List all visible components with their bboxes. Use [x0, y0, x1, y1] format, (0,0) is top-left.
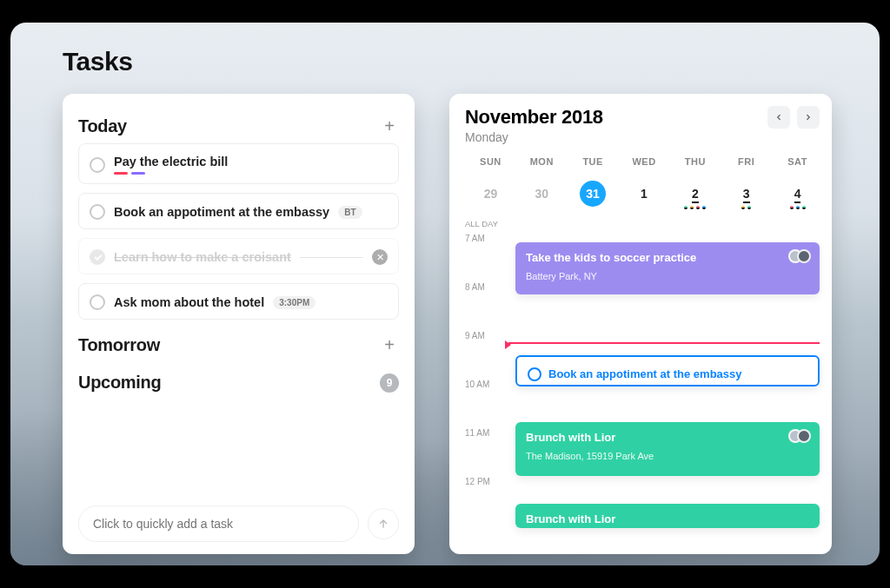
event-title: Take the kids to soccer practice [526, 251, 809, 264]
time-label: 12 PM [465, 477, 490, 486]
time-label: 8 AM [465, 282, 485, 292]
time-column: 7 AM8 AM9 AM10 AM11 AM12 PM [465, 221, 508, 533]
event-subtitle: The Madison, 15919 Park Ave [526, 451, 809, 461]
task-item-completed[interactable]: Learn how to make a croisant ✕ [78, 238, 399, 274]
event-title: Book an appotiment at the embassy [548, 367, 742, 380]
calendar-event[interactable]: Brunch with Lior [515, 504, 820, 528]
day-cell[interactable]: 2 [669, 182, 721, 209]
day-cell[interactable]: 3 [721, 182, 772, 209]
event-dots [669, 206, 721, 209]
delete-task-icon[interactable]: ✕ [372, 249, 388, 265]
add-task-button[interactable]: + [380, 336, 399, 355]
task-tags [114, 172, 228, 175]
time-label: 11 AM [465, 428, 489, 438]
task-item[interactable]: Book an appotiment at the embassy BT [78, 193, 399, 229]
calendar-card: November 2018 Monday SUN MON TUE WED THU… [449, 94, 832, 554]
section-upcoming: Upcoming 9 [78, 373, 399, 393]
calendar-day-label: Monday [465, 130, 603, 144]
section-tomorrow: Tomorrow + [78, 335, 399, 355]
calendar-event[interactable]: Brunch with LiorThe Madison, 15919 Park … [515, 422, 820, 476]
dow-label: WED [619, 156, 670, 167]
arrow-up-icon [377, 518, 389, 530]
day-cell[interactable]: 30 [516, 182, 568, 209]
next-week-button[interactable] [797, 106, 820, 129]
quick-add-input[interactable] [78, 505, 359, 542]
task-text: Learn how to make a croisant [114, 250, 291, 264]
section-title: Tomorrow [78, 335, 160, 355]
task-list-today: Pay the electric bill Book an appotiment… [78, 143, 399, 320]
prev-week-button[interactable] [767, 106, 790, 129]
events-column: Take the kids to soccer practiceBattery … [515, 221, 820, 533]
task-checkbox[interactable] [90, 204, 105, 220]
task-checkbox-checked[interactable] [90, 249, 105, 265]
dow-label: FRI [721, 156, 772, 167]
day-cell[interactable]: 29 [465, 182, 516, 209]
event-subtitle: Battery Park, NY [526, 271, 809, 281]
dow-label: SUN [465, 156, 516, 167]
task-time-badge: 3:30PM [273, 296, 315, 309]
submit-task-button[interactable] [368, 508, 399, 539]
task-checkbox[interactable] [90, 157, 105, 173]
task-item[interactable]: Ask mom about the hotel 3:30PM [78, 283, 399, 320]
tasks-card: Today + Pay the electric bill Book an ap… [63, 94, 415, 554]
avatar [797, 429, 811, 443]
calendar-event[interactable]: Book an appotiment at the embassy [515, 355, 820, 386]
time-label: 9 AM [465, 331, 485, 340]
event-avatars [794, 429, 811, 443]
event-title: Brunch with Lior [526, 512, 809, 525]
page-title: Tasks [63, 47, 132, 76]
dow-row: SUN MON TUE WED THU FRI SAT [465, 156, 823, 167]
time-label: 7 AM [465, 234, 485, 243]
task-item[interactable]: Pay the electric bill [78, 143, 399, 184]
dow-label: THU [669, 156, 721, 167]
tag-dot [131, 172, 145, 175]
dow-label: SAT [772, 156, 823, 167]
day-cell[interactable]: 1 [619, 182, 670, 209]
upcoming-count-badge: 9 [380, 373, 399, 393]
dow-label: MON [516, 156, 568, 167]
task-checkbox[interactable] [90, 294, 105, 310]
calendar-event[interactable]: Take the kids to soccer practiceBattery … [515, 242, 820, 294]
task-text: Pay the electric bill [114, 155, 228, 168]
event-dots [772, 206, 823, 209]
event-ring-icon [528, 367, 541, 381]
section-today: Today + [78, 116, 399, 136]
chevron-right-icon [804, 113, 813, 122]
quick-add-row [78, 505, 399, 542]
tag-dot [114, 172, 128, 175]
section-title: Upcoming [78, 373, 161, 393]
event-avatars [794, 249, 811, 263]
dow-label: TUE [568, 156, 619, 167]
add-task-button[interactable]: + [380, 117, 399, 136]
section-title: Today [78, 116, 127, 136]
task-badge: BT [338, 206, 362, 219]
schedule: ALL DAY 7 AM8 AM9 AM10 AM11 AM12 PM Take… [465, 221, 823, 533]
task-text: Book an appotiment at the embassy [114, 205, 329, 219]
task-text: Ask mom about the hotel [114, 295, 264, 309]
calendar-month-title: November 2018 [465, 106, 603, 129]
chevron-left-icon [774, 113, 783, 122]
time-label: 10 AM [465, 380, 489, 389]
strike-line [300, 257, 363, 258]
day-cell[interactable]: 4 [772, 182, 823, 209]
days-row: 2930311234 [465, 175, 823, 215]
event-dots [721, 206, 772, 209]
avatar [797, 249, 811, 263]
event-title: Brunch with Lior [526, 431, 809, 444]
day-cell[interactable]: 31 [568, 175, 619, 215]
